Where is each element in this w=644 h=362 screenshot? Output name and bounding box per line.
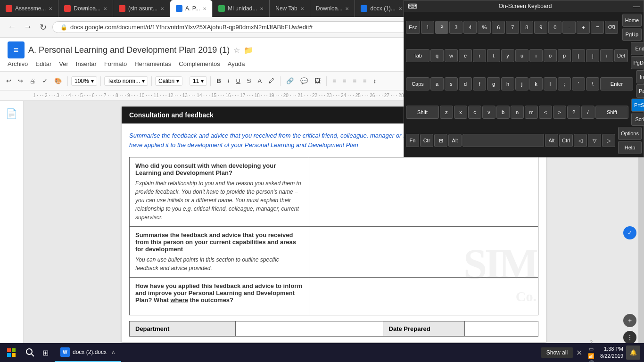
taskbar-search-button[interactable] — [23, 343, 38, 362]
align-left-button[interactable]: ≡ — [330, 76, 339, 85]
folder-icon[interactable]: 📁 — [244, 46, 253, 55]
italic-button[interactable]: I — [225, 76, 232, 85]
footer-date-value[interactable] — [464, 321, 538, 337]
line-spacing-button[interactable]: ↕ — [371, 76, 379, 85]
help-icon[interactable]: ? — [590, 339, 593, 345]
tab-close-ap[interactable]: ✕ — [203, 6, 206, 11]
key-3[interactable]: 3 — [449, 21, 462, 34]
wifi-icon[interactable]: 📶 — [588, 353, 594, 359]
key-0[interactable]: 0 — [548, 21, 561, 34]
key-ctrl-right[interactable]: Ctrl — [559, 134, 573, 147]
print-button[interactable]: 🖨 — [27, 76, 38, 85]
key-pgup[interactable]: PgUp — [622, 28, 642, 41]
key-quote[interactable]: ' — [572, 77, 585, 90]
tab-close-download2[interactable]: ✕ — [345, 6, 349, 11]
answer-cell-1[interactable] — [309, 157, 538, 227]
tab-close-assessme[interactable]: ✕ — [49, 6, 52, 11]
key-2[interactable]: ² — [435, 21, 448, 34]
bold-button[interactable]: B — [214, 76, 223, 85]
key-m[interactable]: m — [525, 106, 538, 119]
align-right-button[interactable]: ≡ — [350, 76, 359, 85]
taskbar-close-button[interactable]: ✕ — [576, 348, 582, 357]
key-a[interactable]: a — [430, 77, 444, 90]
undo-button[interactable]: ↩ — [4, 76, 14, 85]
style-dropdown[interactable]: Texto norm... ▾ — [104, 76, 148, 86]
tab-docx1[interactable]: docx (1)... ✕ — [355, 0, 408, 17]
key-r[interactable]: r — [473, 49, 486, 62]
key-7[interactable]: 7 — [506, 21, 519, 34]
notification-icon-2[interactable]: ✓ — [623, 226, 636, 239]
tab-close-sinasunto[interactable]: ✕ — [160, 6, 164, 11]
task-view-button[interactable]: ⊞ — [38, 343, 53, 362]
key-l[interactable]: l — [544, 77, 557, 90]
key-s[interactable]: s — [445, 77, 458, 90]
spell-button[interactable]: ✓ — [40, 76, 50, 85]
key-backslash[interactable]: \ — [586, 77, 599, 90]
font-dropdown[interactable]: Calibri ▾ — [155, 76, 182, 86]
key-ctrl-left[interactable]: Ctr — [420, 134, 433, 147]
monitor-icon[interactable]: ▭ — [589, 346, 594, 352]
answer-cell-3[interactable] — [309, 278, 538, 315]
key-arrow-right[interactable]: ▷ — [602, 134, 615, 147]
key-tab[interactable]: Tab — [406, 49, 429, 62]
key-rbracket[interactable]: ] — [586, 49, 599, 62]
key-fn[interactable]: Fn — [406, 134, 419, 147]
menu-archivo[interactable]: Archivo — [8, 60, 28, 67]
key-minus[interactable]: - — [562, 21, 576, 34]
key-alt-right[interactable]: Alt — [545, 134, 558, 147]
key-scrlk[interactable]: ScrLk — [631, 113, 644, 126]
key-4[interactable]: 4 — [463, 21, 477, 34]
tab-miunidad[interactable]: Mi unidad... ✕ — [213, 0, 270, 17]
key-n[interactable]: n — [511, 106, 524, 119]
tab-ap[interactable]: A. P... ✕ — [170, 0, 213, 17]
key-j[interactable]: ı — [600, 49, 613, 62]
key-arrow-down[interactable]: ▽ — [588, 134, 601, 147]
menu-insertar[interactable]: Insertar — [76, 60, 97, 67]
key-options[interactable]: Options — [618, 127, 642, 140]
key-lbracket[interactable]: [ — [572, 49, 585, 62]
scroll-to-top-icon[interactable]: + — [623, 314, 636, 327]
align-justify-button[interactable]: ≡ — [361, 76, 369, 85]
tab-assessme[interactable]: Assessme... ✕ — [0, 0, 58, 17]
key-9[interactable]: 9 — [534, 21, 547, 34]
key-shift-right[interactable]: Shift — [595, 106, 628, 119]
tab-close-newtab[interactable]: ✕ — [300, 6, 304, 11]
refresh-button[interactable]: ↻ — [38, 20, 49, 34]
highlight-button[interactable]: 🖊 — [266, 76, 277, 85]
sidebar-doc-icon[interactable]: 📄 — [5, 107, 19, 121]
menu-ayuda[interactable]: Ayuda — [228, 60, 245, 67]
key-pgdn[interactable]: PgDn — [631, 56, 644, 69]
menu-ver[interactable]: Ver — [59, 60, 68, 67]
key-del[interactable]: Del — [614, 49, 628, 62]
key-end[interactable]: End — [631, 42, 644, 55]
tab-close-docx1[interactable]: ✕ — [398, 6, 402, 11]
tab-download1[interactable]: Downloa... ✕ — [58, 0, 113, 17]
key-pipe[interactable]: / — [581, 106, 594, 119]
key-period[interactable]: > — [553, 106, 566, 119]
key-comma[interactable]: < — [539, 106, 552, 119]
key-pause[interactable]: Pause — [636, 84, 644, 98]
menu-herramientas[interactable]: Herramientas — [134, 60, 171, 67]
key-w[interactable]: w — [445, 49, 458, 62]
key-u[interactable]: u — [515, 49, 528, 62]
paint-button[interactable]: 🎨 — [52, 76, 64, 85]
menu-editar[interactable]: Editar — [35, 60, 51, 67]
key-v[interactable]: v — [482, 106, 495, 119]
menu-formato[interactable]: Formato — [104, 60, 127, 67]
key-y[interactable]: y — [501, 49, 514, 62]
key-alt-left[interactable]: Alt — [448, 134, 462, 147]
key-esc[interactable]: Esc — [406, 21, 420, 34]
key-caps[interactable]: Caps — [406, 77, 429, 90]
key-o[interactable]: o — [544, 49, 557, 62]
text-color-button[interactable]: A — [256, 76, 264, 85]
key-t[interactable]: t — [487, 49, 500, 62]
key-k[interactable]: k — [529, 77, 543, 90]
tab-download2[interactable]: Downloa... ✕ — [310, 0, 355, 17]
tab-close-download1[interactable]: ✕ — [103, 6, 107, 11]
key-insert[interactable]: Insert — [636, 70, 644, 83]
key-g[interactable]: g — [487, 77, 500, 90]
tab-newtab[interactable]: New Tab ✕ — [270, 0, 310, 17]
fontsize-dropdown[interactable]: 11 ▾ — [190, 76, 207, 86]
key-backspace[interactable]: ⌫ — [605, 21, 618, 34]
taskbar-item-docx2-chevron[interactable]: ∧ — [111, 349, 116, 355]
